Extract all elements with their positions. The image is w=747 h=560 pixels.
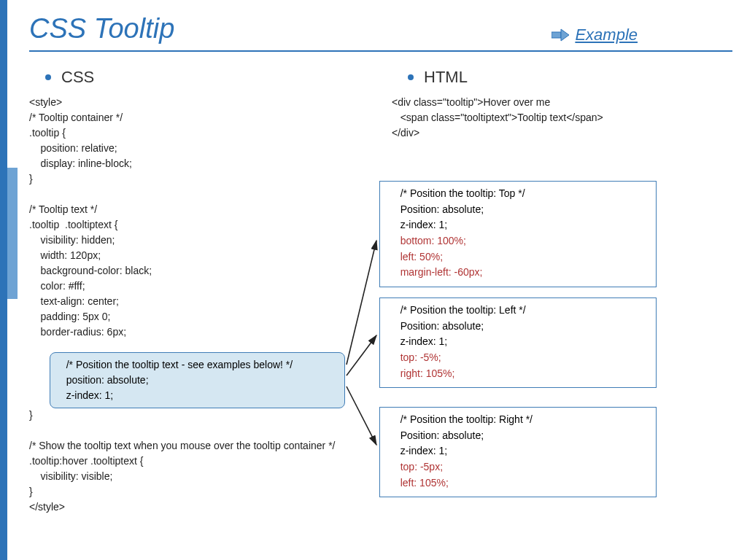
code-line: /* Show the tooltip text when you mouse … [29,438,370,454]
code-line: /* Tooltip container */ [29,110,370,125]
svg-rect-0 [551,32,561,38]
code-line: top: -5px; [392,459,644,475]
code-line: left: 50%; [392,249,644,265]
code-line: <span class="tooltiptext">Tooltip text</… [392,110,732,125]
code-line: z-index: 1; [392,334,644,350]
code-line: top: -5%; [392,350,644,366]
code-line: </div> [392,125,732,141]
code-line: width: 120px; [29,248,370,263]
code-line: padding: 5px 0; [29,309,370,324]
code-line: } [29,171,370,187]
code-line: <div class="tooltip">Hover over me [392,95,732,110]
code-line [29,187,370,202]
code-line: .tooltip:hover .tooltiptext { [29,454,370,469]
code-line: /* Position the tooltip: Top */ [392,186,644,202]
code-line: visibility: hidden; [29,233,370,248]
code-line: <style> [29,95,370,110]
code-line: Position: absolute; [392,428,644,444]
code-line: z-index: 1; [58,388,337,403]
code-line: z-index: 1; [392,443,644,459]
example-link-wrap: Example [551,26,638,44]
bullet-icon [45,74,51,80]
callout-source-box: /* Position the tooltip text - see examp… [50,352,345,408]
css-column: CSS <style> /* Tooltip container */ .too… [29,65,370,515]
code-line: Position: absolute; [392,319,644,335]
code-line: bottom: 100%; [392,233,644,249]
code-line: visibility: visible; [29,469,370,484]
html-heading: HTML [424,65,468,89]
code-line [29,423,370,438]
page-title: CSS Tooltip [29,13,174,44]
code-line: position: absolute; [58,373,337,388]
code-line: .tooltip .tooltiptext { [29,217,370,233]
example-link[interactable]: Example [575,26,638,44]
header: CSS Tooltip Example [29,13,732,44]
code-line: display: inline-block; [29,156,370,171]
code-line: } [29,484,370,499]
code-line: .tooltip { [29,125,370,141]
code-line: background-color: black; [29,263,370,279]
code-line: /* Position the tooltip text - see examp… [58,357,337,373]
code-line: text-align: center; [29,294,370,309]
code-line: right: 105%; [392,366,644,382]
code-line: /* Position the tooltip: Right */ [392,412,644,428]
code-line: margin-left: -60px; [392,265,644,281]
code-line: position: relative; [29,141,370,156]
css-heading: CSS [61,65,94,89]
code-line: color: #fff; [29,279,370,294]
divider [29,50,732,52]
side-accent [0,0,20,560]
code-line: </style> [29,499,370,515]
code-line: z-index: 1; [392,217,644,233]
position-right-box: /* Position the tooltip: Right */ Positi… [379,407,657,497]
position-left-box: /* Position the tooltip: Left */ Positio… [379,298,657,388]
code-line: border-radius: 6px; [29,324,370,340]
code-line: /* Tooltip text */ [29,202,370,217]
bullet-icon [408,74,414,80]
code-line: } [29,408,370,423]
svg-marker-1 [561,29,569,41]
code-line: /* Position the tooltip: Left */ [392,303,644,319]
code-line: Position: absolute; [392,202,644,218]
code-line: left: 105%; [392,475,644,491]
position-top-box: /* Position the tooltip: Top */ Position… [379,181,657,287]
arrow-right-icon [551,28,569,42]
